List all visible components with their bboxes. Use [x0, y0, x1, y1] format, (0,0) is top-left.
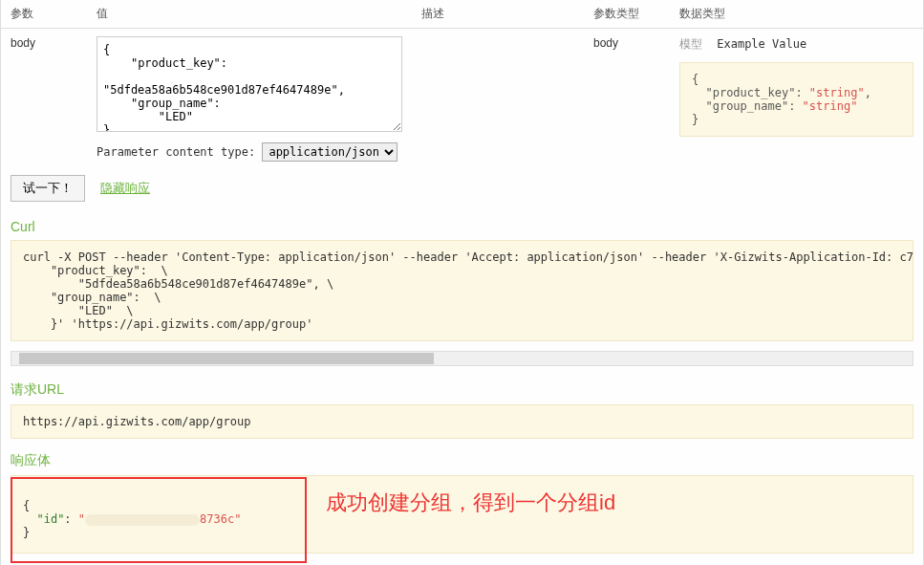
table-row: body Parameter content type: application… — [1, 29, 923, 170]
th-param: 参数 — [1, 0, 87, 29]
scrollbar-thumb[interactable] — [19, 353, 434, 364]
content-type-label: Parameter content type: — [97, 145, 255, 159]
content-type-row: Parameter content type: application/json — [97, 142, 402, 162]
curl-scroll-wrap — [11, 351, 913, 366]
content-type-select[interactable]: application/json — [262, 142, 398, 162]
example-value-box[interactable]: { "product_key": "string", "group_name":… — [679, 62, 913, 137]
model-toggle: 模型 Example Value — [679, 36, 913, 53]
request-url-section-label: 请求URL — [1, 378, 923, 404]
th-desc: 描述 — [412, 0, 584, 29]
th-dtype: 数据类型 — [670, 0, 923, 29]
curl-code-box: curl -X POST --header 'Content-Type: app… — [11, 240, 913, 341]
api-panel: 参数 值 描述 参数类型 数据类型 body Parameter content… — [0, 0, 924, 565]
curl-section-label: Curl — [1, 215, 923, 240]
param-desc-cell — [412, 29, 584, 170]
param-name-cell: body — [1, 29, 87, 170]
body-textarea[interactable] — [97, 36, 402, 132]
param-value-cell: Parameter content type: application/json — [87, 29, 412, 170]
model-tab[interactable]: 模型 — [679, 37, 702, 51]
param-dtype-cell: 模型 Example Value { "product_key": "strin… — [670, 29, 923, 170]
response-body-section-label: 响应体 — [1, 448, 923, 475]
th-value: 值 — [87, 0, 412, 29]
redacted-id — [85, 514, 200, 526]
horizontal-scrollbar[interactable] — [11, 351, 913, 366]
action-row: 试一下！ 隐藏响应 — [1, 169, 923, 215]
param-type-cell: body — [584, 29, 670, 170]
request-url-box: https://api.gizwits.com/app/group — [11, 404, 913, 439]
table-header-row: 参数 值 描述 参数类型 数据类型 — [1, 0, 923, 29]
try-it-button[interactable]: 试一下！ — [11, 175, 85, 202]
response-wrap: { "id": "8736c" } 成功创建分组，得到一个分组id — [11, 475, 913, 554]
hide-response-link[interactable]: 隐藏响应 — [100, 180, 150, 197]
parameter-table: 参数 值 描述 参数类型 数据类型 body Parameter content… — [1, 0, 923, 169]
th-ptype: 参数类型 — [584, 0, 670, 29]
example-value-tab[interactable]: Example Value — [717, 37, 806, 51]
annotation-text: 成功创建分组，得到一个分组id — [326, 489, 615, 517]
